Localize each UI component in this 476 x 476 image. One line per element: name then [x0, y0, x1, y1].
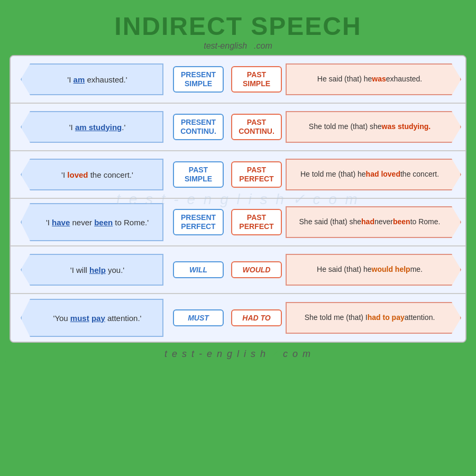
left-arrow-shape-5: 'I will help you.' [21, 254, 163, 286]
cell-mid-red-3: PASTPERFECT [227, 158, 286, 191]
cell-left-4: 'I have never been to Rome.' [11, 199, 169, 245]
right-arrow-shape-1: He said (that) he was exhausted. [286, 63, 461, 95]
cell-right-5: He said (that) he would help me. [286, 250, 465, 290]
badge-red-1: PASTSIMPLE [231, 66, 282, 93]
arrow-left-4: 'I have never been to Rome.' [15, 203, 169, 241]
cell-mid-blue-6: MUST [169, 306, 227, 330]
left-text-6: 'You must pay attention.' [53, 314, 142, 323]
right-arrow-shape-4: She said (that) she had never been to Ro… [286, 206, 461, 238]
footer-text: t e s t - e n g l i s h [164, 349, 270, 359]
badge-red-4: PASTPERFECT [231, 209, 282, 235]
cell-right-2: She told me (that) she was studying. [286, 107, 465, 147]
cell-left-6: 'You must pay attention.' [11, 295, 169, 341]
left-arrow-shape-2: 'I am studying.' [21, 111, 163, 143]
cell-mid-blue-3: PASTSIMPLE [169, 158, 227, 191]
cell-left-2: 'I am studying.' [11, 107, 169, 147]
right-arrow-shape-6: She told me (that) I had to pay attentio… [286, 302, 461, 334]
badge-blue-5: WILL [173, 261, 224, 279]
cell-mid-blue-2: PRESENTCONTINU. [169, 111, 227, 143]
page-wrapper: INDIRECT SPEECH test-english✓.com t e s … [5, 5, 471, 367]
subtitle-text: test-english [204, 41, 247, 50]
cell-right-4: She said (that) she had never been to Ro… [286, 202, 465, 242]
left-text-3: 'I loved the concert.' [61, 170, 133, 179]
subtitle: test-english✓.com [10, 41, 466, 51]
check-icon: ✓ [247, 41, 254, 50]
cell-mid-red-6: HAD TO [227, 306, 286, 330]
badge-blue-2: PRESENTCONTINU. [173, 114, 224, 140]
speech-table: t e s t - e n g l i s h ✓ c o m 'I am ex… [10, 55, 466, 343]
left-arrow-shape-3: 'I loved the concert.' [21, 159, 163, 190]
footer: t e s t - e n g l i s h ✓ c o m [10, 343, 466, 363]
left-arrow-shape-1: 'I am exhausted.' [21, 63, 163, 95]
arrow-left-6: 'You must pay attention.' [15, 299, 169, 337]
cell-mid-red-5: WOULD [227, 258, 286, 282]
arrow-left-3: 'I loved the concert.' [15, 159, 169, 190]
cell-left-3: 'I loved the concert.' [11, 154, 169, 195]
cell-right-3: He told me (that) he had loved the conce… [286, 154, 465, 195]
arrow-left-2: 'I am studying.' [15, 111, 169, 143]
badge-blue-3: PASTSIMPLE [173, 161, 224, 188]
cell-mid-blue-4: PRESENTPERFECT [169, 206, 227, 239]
cell-right-6: She told me (that) I had to pay attentio… [286, 298, 465, 338]
left-text-2: 'I am studying.' [69, 123, 126, 132]
right-arrow-shape-5: He said (that) he would help me. [286, 254, 461, 286]
cell-left-1: 'I am exhausted.' [11, 59, 169, 99]
badge-blue-4: PRESENTPERFECT [173, 209, 224, 235]
badge-red-2: PASTCONTINU. [231, 114, 282, 140]
table-row: 'I will help you.' WILL WOULD He said (t… [11, 246, 465, 294]
left-text-5: 'I will help you.' [70, 266, 124, 274]
cell-mid-red-4: PASTPERFECT [227, 206, 286, 239]
arrow-left-1: 'I am exhausted.' [15, 63, 169, 95]
footer-ext: c o m [279, 349, 312, 359]
table-row: 'I have never been to Rome.' PRESENTPERF… [11, 199, 465, 246]
cell-right-1: He said (that) he was exhausted. [286, 59, 465, 99]
footer-check-icon: ✓ [270, 349, 279, 359]
left-text-1: 'I am exhausted.' [67, 75, 127, 84]
cell-mid-blue-1: PRESENTSIMPLE [169, 63, 227, 96]
badge-red-3: PASTPERFECT [231, 161, 282, 188]
table-row: 'I loved the concert.' PASTSIMPLE PASTPE… [11, 151, 465, 199]
cell-mid-red-1: PASTSIMPLE [227, 63, 286, 96]
badge-red-5: WOULD [231, 261, 282, 279]
main-title: INDIRECT SPEECH [10, 12, 466, 41]
cell-left-5: 'I will help you.' [11, 250, 169, 290]
arrow-left-5: 'I will help you.' [15, 254, 169, 286]
cell-mid-blue-5: WILL [169, 258, 227, 282]
badge-blue-6: MUST [173, 309, 224, 327]
table-row: 'I am exhausted.' PRESENTSIMPLE PASTSIMP… [11, 56, 465, 104]
left-arrow-shape-4: 'I have never been to Rome.' [21, 203, 163, 241]
right-arrow-shape-2: She told me (that) she was studying. [286, 111, 461, 143]
badge-red-6: HAD TO [231, 309, 282, 327]
right-arrow-shape-3: He told me (that) he had loved the conce… [286, 159, 461, 190]
table-row: 'I am studying.' PRESENTCONTINU. PASTCON… [11, 104, 465, 151]
table-row: 'You must pay attention.' MUST HAD TO Sh… [11, 294, 465, 342]
badge-blue-1: PRESENTSIMPLE [173, 66, 224, 93]
title-area: INDIRECT SPEECH test-english✓.com [10, 5, 466, 55]
left-arrow-shape-6: 'You must pay attention.' [21, 299, 163, 337]
cell-mid-red-2: PASTCONTINU. [227, 111, 286, 143]
left-text-4: 'I have never been to Rome.' [46, 218, 149, 227]
